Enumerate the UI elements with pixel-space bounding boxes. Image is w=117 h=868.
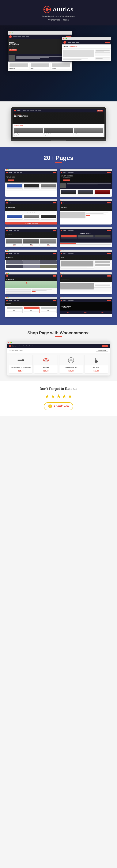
pt-text-line [95,284,110,285]
laptop-screen-header: Autrics Home About Services Blog Contact… [12,108,105,113]
dot-red [60,200,61,200]
pt-stat-line [94,313,111,313]
pt-card [40,214,57,220]
star-3[interactable]: ★ [56,393,61,399]
rate-title: Don't Forget to Rate us [4,387,113,391]
pt-form-left [6,289,31,293]
product-price-2: $20.00 [43,370,49,372]
browser-dot-red [63,38,64,39]
svg-rect-9 [17,360,18,361]
pt-single-content [60,282,112,291]
pt-red-line [24,219,28,219]
pt-logo [6,253,8,254]
shop-underline [55,336,62,337]
pt-text-line [95,286,110,286]
pt-stat: 20+ [78,311,94,313]
pages-underline [55,162,62,163]
pt-team-img [6,239,22,244]
ls-service-item: Brake Repair Quality service [13,128,43,136]
shop-product-info-1: Auto exhaust fix 26 Seconds $15.00 [9,366,32,373]
dot-yellow [62,227,62,228]
ls-cta-button[interactable]: Get Quote [97,110,103,112]
pt-card-img [41,184,56,187]
pt-dark-hero: PREMIUM SERVICES [60,232,112,243]
shop-sort-select[interactable]: Default sorting [96,349,108,351]
shop-product-info-3: Quattrocento Grp $18.00 [59,366,83,373]
pt-card-btn [86,215,90,216]
pt-card [94,190,111,195]
pt-logo [61,172,62,173]
shop-cta-btn[interactable]: Get Quote [101,345,108,347]
pt-content-12 [60,314,112,317]
pt-team-img [23,239,39,244]
pt-stat-num: 10+ [94,311,111,313]
browser-dot-green [12,32,13,33]
pt-gallery-item [40,260,57,264]
thumb-bar [60,227,112,229]
ls-service-name: Oil Change [75,133,103,134]
pt-pricing-title: PRICING [6,303,11,305]
pt-logo-text: Autrics [63,172,66,173]
star-5[interactable]: ★ [68,393,72,399]
mock-quality-left [63,50,94,60]
brand-name: Autrics [53,6,74,12]
pt-row [6,214,57,220]
dot-red [60,250,61,251]
laptop-wrapper: Autrics Home About Services Blog Contact… [11,107,106,141]
dot-green [8,250,9,251]
product-pricing-2: $20.00 [35,369,56,372]
pt-header: Autrics [60,229,112,232]
shop-nav-about: About [23,345,25,346]
pt-red-line [41,188,46,188]
dot-yellow [62,200,62,200]
tagline: Auto Repair and Car Mechanic WordPress T… [41,15,76,22]
shop-nav-contact: Contact [29,345,32,346]
info-line [95,58,110,58]
pt-nav-dot [71,203,74,203]
pt-nav-dot [68,230,71,231]
laptop-section: Autrics Home About Services Blog Contact… [0,101,117,147]
pt-team-card: John D. Mechanic [6,239,23,247]
laptop-base [11,139,106,141]
pt-about-img [60,212,85,218]
mock-service-card: Repair [30,62,50,70]
page-thumb-1: Autrics BEST SERVICES Auto Repair & Mech… [5,169,57,197]
text-line [63,59,82,60]
pt-sidebar-img [95,261,110,263]
thumb-bar [60,169,112,171]
ls-service-desc: Quality service [14,135,42,135]
pt-about-right [86,212,111,220]
pt-stat-num: 20+ [78,311,94,313]
pt-logo-text: Autrics [8,300,12,301]
pt-card [6,183,23,190]
pt-nav-dot [17,276,19,276]
pt-header: Autrics [60,275,112,278]
star-2[interactable]: ★ [51,393,55,399]
pt-section-title: What We Provide [6,212,57,214]
pt-stat: 10+ [94,311,111,313]
smile-icon: 😊 [48,404,52,408]
pt-blog-title: BLOG [61,257,64,258]
svg-rect-24 [96,358,98,359]
pt-cta [107,230,111,231]
mock-nav-2 [68,42,79,43]
pt-text-line [61,267,87,268]
ls-logo-circle [14,110,16,112]
pt-hero-12: AUTO REPAIR PROFESSIONALSERVICE [60,302,112,311]
shop-logo-text: Autrics [12,345,16,347]
pt-team-row: John D. Mechanic Mike S. Technician Tom … [5,238,57,247]
star-1[interactable]: ★ [45,393,50,399]
pt-team-card: Mike S. Technician [23,239,40,247]
pt-card [60,190,77,195]
pt-hero-7: PORTFOLIO [5,255,57,260]
svg-rect-4 [44,9,45,10]
shop-product-4: Oil filter $12.00 [84,355,108,374]
shop-logo-circle [9,345,11,347]
pt-team-info: Tom R. Specialist [40,244,56,246]
pt-hero-8: BLOG [60,255,112,260]
pt-nav [14,253,19,254]
pt-text-line [60,220,80,220]
thumb-bar [5,297,57,299]
pt-sub-2: Professional Auto Care [61,177,72,178]
star-4[interactable]: ★ [62,393,67,399]
